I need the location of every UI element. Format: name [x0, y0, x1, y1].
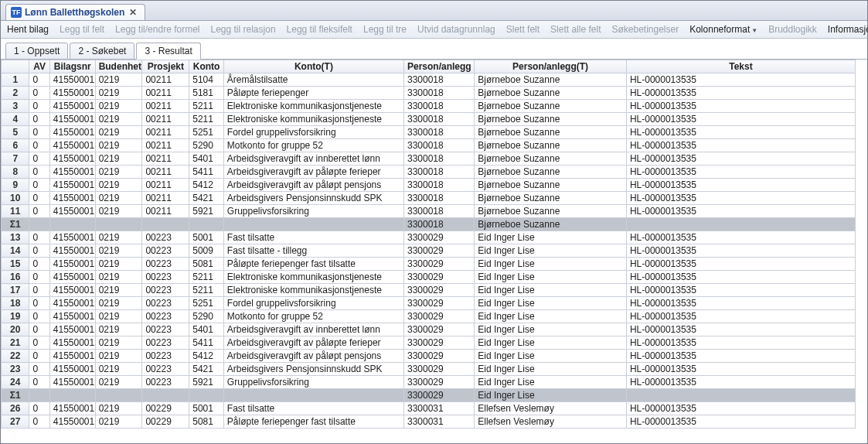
cell[interactable]: 3300029 [404, 350, 475, 363]
cell[interactable]: 5211 [189, 113, 224, 126]
cell[interactable]: Arbeidsgiveravgift av påløpt pensjons [223, 179, 403, 192]
cell[interactable]: Påløpte feriepenger [223, 87, 403, 100]
cell[interactable]: Elektroniske kommunikasjonstjeneste [223, 100, 403, 113]
cell[interactable]: 00211 [142, 152, 189, 166]
toolbar-button[interactable]: Hent bilag [7, 24, 49, 35]
table-row[interactable]: 230415500010219002235421Arbeidsgivers Pe… [2, 363, 856, 376]
cell[interactable]: 41550001 [49, 310, 95, 323]
cell[interactable]: 00211 [142, 87, 189, 100]
cell[interactable]: 5211 [189, 271, 224, 284]
cell[interactable]: 0219 [95, 192, 142, 205]
cell[interactable]: 00211 [142, 139, 189, 152]
cell[interactable] [95, 389, 142, 402]
cell[interactable]: 0219 [95, 271, 142, 284]
row-header[interactable]: 1 [2, 73, 29, 87]
cell[interactable]: 00223 [142, 310, 189, 323]
cell[interactable] [29, 389, 49, 402]
cell[interactable]: HL-0000013535 [626, 310, 855, 323]
cell[interactable]: Motkonto for gruppe 52 [223, 310, 403, 323]
cell[interactable]: 00223 [142, 350, 189, 363]
cell[interactable]: 5251 [189, 126, 224, 139]
cell[interactable]: 00223 [142, 284, 189, 297]
table-row[interactable]: 30415500010219002115211Elektroniske komm… [2, 100, 856, 113]
cell[interactable]: 00223 [142, 271, 189, 284]
cell[interactable]: 5421 [189, 363, 224, 376]
cell[interactable]: 0219 [95, 244, 142, 258]
cell[interactable]: 0 [29, 87, 49, 100]
row-header[interactable]: 6 [2, 139, 29, 152]
table-row[interactable]: 50415500010219002115251Fordel gruppelivs… [2, 126, 856, 139]
cell[interactable]: Arbeidsgiveravgift av påløpt pensjons [223, 350, 403, 363]
cell[interactable]: Eid Inger Lise [475, 350, 627, 363]
row-header[interactable]: Σ1 [2, 389, 29, 402]
cell[interactable]: Bjørneboe Suzanne [475, 205, 627, 218]
table-row[interactable]: 140415500010219002235009Fast tilsatte - … [2, 244, 856, 258]
cell[interactable]: 5290 [189, 139, 224, 152]
cell[interactable]: 3300029 [404, 323, 475, 336]
cell[interactable]: Bjørneboe Suzanne [475, 87, 627, 100]
row-header[interactable]: 18 [2, 297, 29, 310]
table-row[interactable]: 80415500010219002115411Arbeidsgiveravgif… [2, 166, 856, 179]
column-header[interactable]: Person/anlegg [404, 60, 475, 73]
cell[interactable]: 41550001 [49, 100, 95, 113]
row-header[interactable]: 27 [2, 415, 29, 429]
cell[interactable]: 3300018 [404, 218, 475, 231]
cell[interactable]: 3300018 [404, 100, 475, 113]
cell[interactable]: 3300029 [404, 310, 475, 323]
cell[interactable]: 0 [29, 415, 49, 429]
cell[interactable]: 0 [29, 336, 49, 350]
cell[interactable]: 3300029 [404, 389, 475, 402]
cell[interactable]: 0219 [95, 179, 142, 192]
cell[interactable]: HL-0000013535 [626, 271, 855, 284]
cell[interactable]: 41550001 [49, 179, 95, 192]
row-header[interactable]: 10 [2, 192, 29, 205]
cell[interactable] [626, 389, 855, 402]
cell[interactable]: 00211 [142, 73, 189, 87]
cell[interactable]: 3300029 [404, 284, 475, 297]
cell[interactable]: Bjørneboe Suzanne [475, 113, 627, 126]
cell[interactable]: 41550001 [49, 192, 95, 205]
row-header[interactable]: 8 [2, 166, 29, 179]
cell[interactable]: 41550001 [49, 205, 95, 218]
cell[interactable]: Arbeidsgiveravgift av innberettet lønn [223, 152, 403, 166]
cell[interactable]: 5290 [189, 310, 224, 323]
cell[interactable] [49, 389, 95, 402]
cell[interactable]: 3300018 [404, 73, 475, 87]
cell[interactable]: 5412 [189, 179, 224, 192]
cell[interactable]: 00223 [142, 231, 189, 244]
cell[interactable] [29, 218, 49, 231]
cell[interactable]: 5921 [189, 376, 224, 389]
cell[interactable]: 41550001 [49, 376, 95, 389]
row-header[interactable]: 26 [2, 402, 29, 415]
cell[interactable]: 5211 [189, 284, 224, 297]
cell[interactable]: HL-0000013535 [626, 297, 855, 310]
cell[interactable]: Ellefsen Veslemøy [475, 402, 627, 415]
corner-header[interactable] [2, 60, 29, 73]
cell[interactable]: 0 [29, 113, 49, 126]
cell[interactable]: 41550001 [49, 152, 95, 166]
cell[interactable]: HL-0000013535 [626, 376, 855, 389]
cell[interactable]: HL-0000013535 [626, 192, 855, 205]
cell[interactable]: 3300018 [404, 87, 475, 100]
cell[interactable]: 0 [29, 231, 49, 244]
cell[interactable]: 0219 [95, 350, 142, 363]
document-tab[interactable]: TF Lønn Balletthøgskolen ✕ [5, 4, 145, 20]
cell[interactable]: 0219 [95, 113, 142, 126]
cell[interactable]: Bjørneboe Suzanne [475, 218, 627, 231]
cell[interactable]: Fast tilsatte [223, 402, 403, 415]
cell[interactable]: 3300029 [404, 363, 475, 376]
cell[interactable]: Ellefsen Veslemøy [475, 415, 627, 429]
cell[interactable]: 5412 [189, 350, 224, 363]
column-header[interactable]: AV [29, 60, 49, 73]
cell[interactable]: 0219 [95, 73, 142, 87]
cell[interactable] [142, 218, 189, 231]
cell[interactable]: 41550001 [49, 297, 95, 310]
row-header[interactable]: 22 [2, 350, 29, 363]
cell[interactable]: HL-0000013535 [626, 336, 855, 350]
row-header[interactable]: 17 [2, 284, 29, 297]
cell[interactable]: 41550001 [49, 126, 95, 139]
cell[interactable]: 41550001 [49, 363, 95, 376]
row-header[interactable]: 9 [2, 179, 29, 192]
cell[interactable]: 5211 [189, 100, 224, 113]
cell[interactable]: 0219 [95, 336, 142, 350]
